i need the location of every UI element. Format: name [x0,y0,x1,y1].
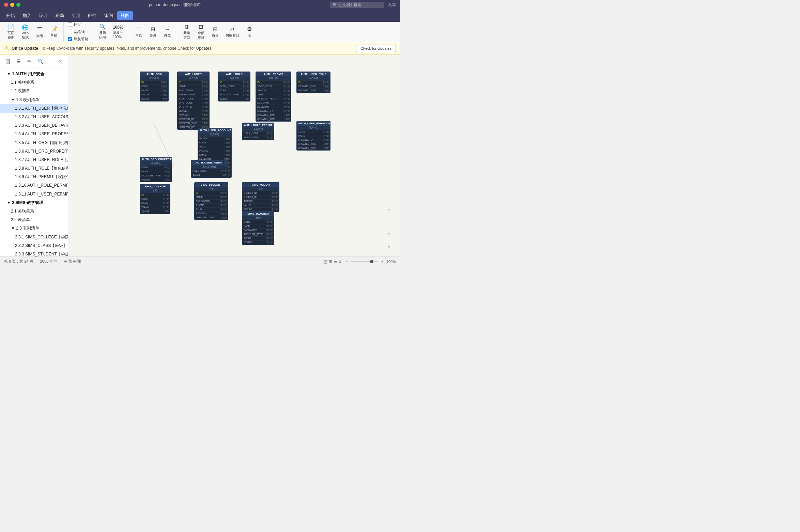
view-icon-4[interactable]: ≡ [339,259,341,264]
db-table-t11[interactable]: SIMS_COLLEGE学院ID字符型CODE字符型NAME字符型VALUE字符… [140,184,170,214]
field-name: VALUE [141,93,149,96]
table-header-t9: AUTH_ORG_PROPERTY [140,157,172,161]
menu-item-设计[interactable]: 设计 [35,11,51,20]
db-table-t8[interactable]: AUTH_USER_PERMIT用户直接权限ROLE_CODE字符型名-标准标准 [191,160,228,178]
macro-button[interactable]: ⚙ 宏 [243,25,256,39]
sidebar-search-button[interactable]: 🔍 [35,57,45,66]
draft-button[interactable]: 📝 草稿 [47,25,61,39]
zoom-button[interactable]: 🔍 显示比例 [96,22,109,42]
tree-item[interactable]: 1.3.1 AUTH_USER【用户信息】 [0,104,68,113]
tree-item[interactable]: 2.3.3 SIMS_STUDENT【学生】 [0,250,68,256]
multi-page-button[interactable]: ⊞ 多页 [146,25,160,39]
menu-item-审阅[interactable]: 审阅 [101,11,117,20]
sidebar-close-button[interactable]: ✕ [56,57,65,66]
nav-pane-checkbox[interactable]: 导航窗格 [66,36,90,42]
db-table-t3[interactable]: AUTH_ROLE角色信息ID字符型SORT_CODE字符型TYPE字符型POS… [218,72,250,101]
zoom-slider[interactable] [351,261,378,262]
menu-item-邮件[interactable]: 邮件 [84,11,100,20]
db-table-t10[interactable]: AUTH_USER_BEHAVIOR用户行为CODE字符型NAME字符型CREA… [296,121,330,151]
tree-item[interactable]: ▼ 2 SIMS-教学管理 [0,199,68,207]
zoom-out-button[interactable]: − [344,259,349,264]
tree-item[interactable]: 1.1 关联关系 [0,78,68,87]
outline-button[interactable]: ☰ 大纲 [33,24,46,40]
tree-item[interactable]: 2.3.2 SIMS_CLASS【班级】 [0,241,68,250]
zoom-100-button[interactable]: 100% 缩放至100% [110,24,126,40]
tree-item[interactable]: 2.3.1 SIMS_COLLEGE【学院】 [0,233,68,241]
tree-item[interactable]: 1.2 表清单 [0,87,68,95]
sidebar-headings-button[interactable]: ☰ [14,57,23,66]
tree-item[interactable]: ▼ 1 AUTH-用户安全 [0,70,68,78]
menu-item-引用[interactable]: 引用 [68,11,84,20]
menu-item-开始[interactable]: 开始 [3,11,18,20]
view-icon-1[interactable]: ▤ [324,259,327,264]
tree-item[interactable]: 1.3.10 AUTH_ROLE_PERMIT【角色权限】 [0,181,68,190]
gridlines-checkbox[interactable]: 网格线 [66,29,86,35]
db-table-t14[interactable]: SIMS_TEACHER教师CODE字符型NAME字符型PASSWORD字符型A… [242,211,274,245]
page-view-button[interactable]: 📄 页面视图 [4,22,18,42]
menu-item-插入[interactable]: 插入 [19,11,35,20]
zoom-in-button[interactable]: + [380,259,385,264]
ruler-checkbox[interactable]: 标尺 [66,21,82,28]
field-type: 字符型 [243,89,249,92]
tree-item[interactable]: 1.3.2 AUTH_USER_ACCOUNT【用户账号】 [0,113,68,121]
tree-item[interactable]: ▼ 2.3 表列清单 [0,224,68,233]
tree-item[interactable]: 1.3.7 AUTH_USER_ROLE【用户角色】 [0,156,68,164]
switch-window-button[interactable]: ⇄ 切换窗口 [223,25,242,39]
field-name: CREATED_BY [298,139,314,142]
field-type: 字符型 [202,85,208,88]
show-options-group: 标尺 网格线 导航窗格 [66,22,93,42]
field-type: 日期型 [323,147,329,150]
split-button[interactable]: ⊟ 拆分 [209,25,222,39]
view-icon-2[interactable]: ⊞ [329,259,332,264]
canvas-area[interactable]: AUTH_USER用户信息ID字符型NAME字符型FULL_NAME字符型SHO… [68,54,400,256]
minimize-button[interactable] [10,3,14,7]
tree-item[interactable]: ▼ 1.3 表列清单 [0,96,68,104]
menu-item-布局[interactable]: 布局 [52,11,67,20]
new-window-button[interactable]: ⧉ 新建窗口 [180,22,194,42]
view-icon-3[interactable]: ☰ [334,259,337,264]
table-subtitle-t14: 教师 [242,216,274,220]
menu-item-视图[interactable]: 视图 [117,11,133,20]
tree-item[interactable]: 2.2 表清单 [0,216,68,224]
tree-item[interactable]: 1.3.5 AUTH_ORG【部门机构】 [0,139,68,147]
tree-item[interactable]: 2.1 关联关系 [0,207,68,216]
table-header-t14: SIMS_TEACHER [242,212,274,216]
tree-item[interactable]: 1.3.3 AUTH_USER_BEHAVIOR【用户行为】 [0,121,68,130]
single-page-button[interactable]: □ 单页 [132,25,145,39]
db-table-t13[interactable]: SIMS_MAJOR专业OBJECT_ID字符型OBJECT_IE字符型ACTI… [242,182,279,212]
new-window-label: 新建窗口 [183,31,190,40]
tree-item[interactable]: 1.3.9 AUTH_PERMIT【权限信息】 [0,173,68,181]
field-name: ACTION [244,200,252,203]
statusbar: 第 6 页，共 24 页 2055 个字 英语(英国) ▤ ⊞ ☰ ≡ − + … [0,256,400,266]
db-table-t9[interactable]: AUTH_ORG_PROPERTY机构属性CODE字符型NAME字符型ACCOU… [140,157,172,182]
field-type: 字符型 [224,145,230,148]
check-updates-button[interactable]: Check for Updates [356,45,396,52]
sidebar-pages-button[interactable]: 📋 [3,57,12,66]
page-width-button[interactable]: ↔ 页宽 [160,25,174,39]
tree-item[interactable]: 1.3.4 AUTH_USER_PROPERTY【用户属性】 [0,130,68,138]
db-table-t5[interactable]: AUTH_USER_ROLE用户角色ID字符型CREATED_TIME日期型UP… [296,72,330,93]
tree-item[interactable]: 1.3.6 AUTH_ORG_PROPERTY【机构属性】 [0,147,68,156]
tree-item[interactable]: 1.3.8 AUTH_ROLE【角色信息】 [0,164,68,173]
table-row: CREATED_TIME日期型 [178,121,209,125]
web-view-button[interactable]: 🌐 Web版式 [18,23,32,41]
tree-item[interactable]: 1.3.11 AUTH_USER_PERMIT【用户直接权限】 [0,190,68,199]
field-type: 日期型 [283,114,290,117]
sidebar-edit-button[interactable]: ✏ [25,57,34,66]
window-controls[interactable] [4,3,20,7]
page-width-icon: ↔ [165,26,170,32]
field-type: 字符型 [161,93,167,96]
db-table-t4[interactable]: AUTH_PERMIT权限信息ID字符型SORT_CODE字符型STATUS字符… [256,72,291,122]
field-type: 字符型 [202,97,208,100]
maximize-button[interactable] [16,3,20,7]
search-box[interactable]: 🔍 在文档中搜索 [330,2,384,8]
field-name: ID [179,81,181,84]
arrange-all-button[interactable]: ⊞ 全部重排 [194,22,208,42]
field-name: CREATED_TIME [298,143,317,146]
db-table-t7[interactable]: AUTH_ROLE_PERMIT角色权限USER_CODE字符型SORT_COD… [242,123,274,140]
db-table-t1[interactable]: AUTH_USER用户信息ID字符型NAME字符型FULL_NAME字符型SHO… [177,72,210,130]
share-button[interactable]: 共享 [388,2,396,7]
db-table-t2[interactable]: AUTH_ORG部门机构ID字符型CODE字符型NAME字符型VALUE字符型域… [140,72,169,101]
close-button[interactable] [4,3,8,7]
db-table-t12[interactable]: SIMS_STUDENT学生ID字符型NAME字符型PASSWORD字符型PHO… [194,182,228,220]
